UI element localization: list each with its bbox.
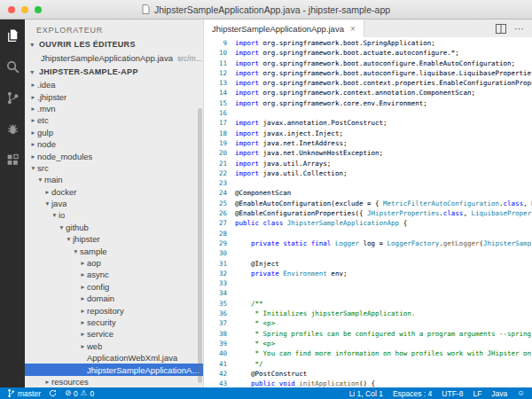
code-line-text: @PostConstruct <box>235 369 307 379</box>
code-line[interactable]: 19import java.net.InetAddress; <box>204 138 532 148</box>
code-line[interactable]: 26@EnableConfigurationProperties({ JHips… <box>204 208 532 218</box>
code-line[interactable]: 23 <box>204 178 532 188</box>
code-line[interactable]: 28 <box>204 229 532 239</box>
code-line[interactable]: 27public class JhipsterSampleApplication… <box>204 218 532 228</box>
code-line[interactable]: 22import java.util.Collection; <box>204 168 532 178</box>
tree-item-folder[interactable]: ▾main <box>25 174 203 185</box>
tree-item-folder[interactable]: ▸web <box>25 340 203 352</box>
code-viewport[interactable]: 9import org.springframework.boot.SpringA… <box>204 37 532 387</box>
tree-item-folder[interactable]: ▾src <box>25 162 203 174</box>
code-line[interactable]: 21import java.util.Arrays; <box>204 159 532 168</box>
explorer-icon[interactable] <box>2 26 23 45</box>
sidebar-scrollbar[interactable] <box>198 108 202 383</box>
code-line[interactable]: 16 <box>204 108 532 118</box>
tree-item-folder[interactable]: ▸.idea <box>25 79 203 90</box>
tree-item-folder[interactable]: ▸config <box>25 281 203 293</box>
tree-item-label: sample <box>80 246 107 256</box>
tree-item-folder[interactable]: ▸.mvn <box>25 103 203 114</box>
eol-indicator[interactable]: LF <box>473 389 481 398</box>
code-line[interactable]: 10import org.springframework.boot.actuat… <box>204 48 532 58</box>
code-line[interactable]: 34 <box>204 288 532 298</box>
search-icon[interactable] <box>2 57 23 76</box>
code-line[interactable]: 37 * <p> <box>204 318 532 328</box>
tree-item-folder[interactable]: ▸domain <box>25 293 203 304</box>
cursor-position[interactable]: Li 1, Col 1 <box>349 389 383 398</box>
more-actions-icon[interactable]: ⋯ <box>514 24 524 34</box>
tree-item-folder[interactable]: ▸resources <box>25 376 203 387</box>
close-icon[interactable]: × <box>350 24 356 34</box>
code-line[interactable]: 43 public void initApplication() { <box>204 379 532 387</box>
close-window-button[interactable] <box>8 6 15 13</box>
tree-item-folder[interactable]: ▾sample <box>25 245 203 256</box>
tab-jhipstersampleapplicationapp[interactable]: JhipsterSampleApplicationApp.java × <box>204 20 364 37</box>
tree-item-folder[interactable]: ▸service <box>25 328 203 340</box>
error-count: 0 <box>74 389 78 398</box>
code-line[interactable]: 33 <box>204 278 532 288</box>
code-line[interactable]: 29 private static final Logger log = Log… <box>204 239 532 248</box>
code-line[interactable]: 14import org.springframework.context.ann… <box>204 88 532 98</box>
language-indicator[interactable]: Java <box>491 389 507 398</box>
code-line[interactable]: 42 @PostConstruct <box>204 369 532 379</box>
tree-item-folder[interactable]: ▸node_modules <box>25 150 203 161</box>
tree-item-folder[interactable]: ▸security <box>25 317 203 328</box>
code-line-text: @EnableAutoConfiguration(exclude = { Met… <box>235 199 532 208</box>
feedback-smiley-icon[interactable]: ☺ <box>517 389 525 397</box>
source-control-icon[interactable] <box>2 88 23 107</box>
tree-item-folder[interactable]: ▾github <box>25 222 203 233</box>
tree-item-folder[interactable]: ▾java <box>25 198 203 209</box>
code-line[interactable]: 18import javax.inject.Inject; <box>204 129 532 138</box>
line-number: 30 <box>204 248 227 258</box>
tree-item-file[interactable]: JhipsterSampleApplicationApp.java <box>25 364 203 375</box>
indentation-indicator[interactable]: Espaces : 4 <box>393 389 432 398</box>
tree-item-folder[interactable]: ▸async <box>25 269 203 280</box>
line-number: 35 <box>204 299 227 309</box>
code-line[interactable]: 30 <box>204 248 532 258</box>
code-line[interactable]: 24@ComponentScan <box>204 188 532 198</box>
tree-item-folder[interactable]: ▸etc <box>25 114 203 126</box>
code-line[interactable]: 32 private Environment env; <box>204 269 532 278</box>
tree-item-folder[interactable]: ▸docker <box>25 186 203 198</box>
minimize-window-button[interactable] <box>21 6 28 13</box>
line-number: 17 <box>204 118 227 128</box>
sidebar-title: EXPLORATEUR <box>25 20 203 37</box>
code-line[interactable]: 25@EnableAutoConfiguration(exclude = { M… <box>204 199 532 208</box>
code-line[interactable]: 11import org.springframework.boot.autoco… <box>204 59 532 68</box>
warning-icon: ⚠ <box>81 389 88 397</box>
sync-button[interactable] <box>49 389 57 397</box>
encoding-indicator[interactable]: UTF-8 <box>442 389 463 398</box>
open-editor-item[interactable]: JhipsterSampleApplicationApp.java src/m.… <box>25 51 203 65</box>
code-line[interactable]: 41 */ <box>204 359 532 369</box>
code-line[interactable]: 39 * <p> <box>204 339 532 348</box>
code-line[interactable]: 13import org.springframework.boot.contex… <box>204 78 532 88</box>
code-line[interactable]: 36 * Initializes jhipsterSampleApplicati… <box>204 309 532 318</box>
code-line[interactable]: 12import org.springframework.boot.autoco… <box>204 68 532 78</box>
tree-item-file[interactable]: ApplicationWebXml.java <box>25 352 203 364</box>
error-indicator[interactable]: ⊘ 0 ⚠ 0 <box>65 389 94 398</box>
tree-item-folder[interactable]: ▾jhipster <box>25 233 203 245</box>
code-line[interactable]: 40 * You can find more information on ho… <box>204 348 532 358</box>
code-line[interactable]: 15import org.springframework.core.env.En… <box>204 98 532 108</box>
code-line[interactable]: 31 @Inject <box>204 259 532 269</box>
code-line[interactable]: 9import org.springframework.boot.SpringA… <box>204 38 532 48</box>
open-editors-header[interactable]: ▾ OUVRIR LES ÉDITEURS <box>25 37 203 51</box>
project-section-header[interactable]: ▾ JHIPSTER-SAMPLE-APP <box>25 65 203 79</box>
debug-icon[interactable] <box>2 119 23 138</box>
split-editor-icon[interactable] <box>496 24 506 34</box>
tree-item-folder[interactable]: ▸aop <box>25 257 203 269</box>
code-line[interactable]: 38 * Spring profiles can be configured w… <box>204 329 532 339</box>
zoom-window-button[interactable] <box>35 6 42 13</box>
tree-item-folder[interactable]: ▾io <box>25 209 203 221</box>
window-controls <box>8 6 42 13</box>
git-branch-indicator[interactable]: master <box>7 388 41 398</box>
line-number: 15 <box>204 98 227 108</box>
code-line[interactable]: 35 /** <box>204 299 532 309</box>
tree-item-folder[interactable]: ▸.jhipster <box>25 90 203 102</box>
line-number: 36 <box>204 309 227 318</box>
tree-item-label: config <box>87 282 109 292</box>
code-line[interactable]: 17import javax.annotation.PostConstruct; <box>204 118 532 128</box>
tree-item-folder[interactable]: ▸repository <box>25 304 203 316</box>
tree-item-folder[interactable]: ▸gulp <box>25 127 203 138</box>
tree-item-folder[interactable]: ▸node <box>25 138 203 150</box>
code-line[interactable]: 20import java.net.UnknownHostException; <box>204 148 532 158</box>
extensions-icon[interactable] <box>2 150 23 169</box>
